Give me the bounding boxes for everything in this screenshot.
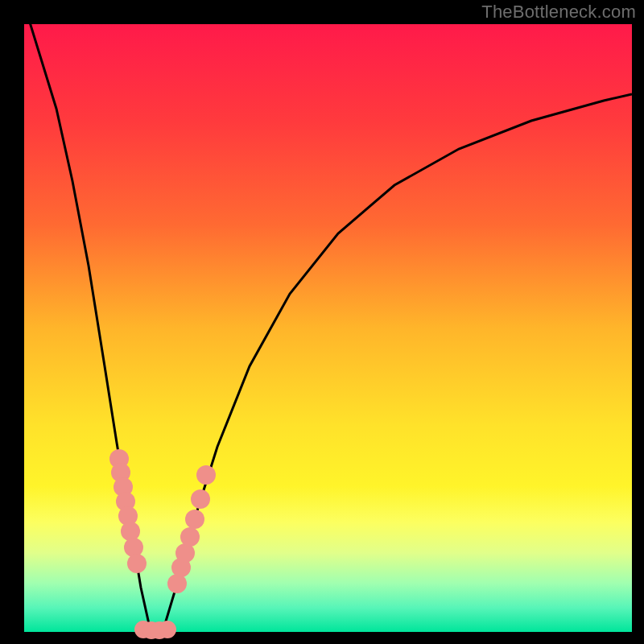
- curve-layer: [24, 24, 632, 632]
- data-dot: [167, 574, 187, 593]
- data-dot: [185, 510, 204, 529]
- data-dot: [196, 465, 216, 485]
- plot-area: [24, 24, 632, 632]
- watermark-text: TheBottleneck.com: [481, 2, 636, 23]
- data-dot: [127, 554, 147, 573]
- data-dot: [191, 489, 210, 509]
- chart-frame: TheBottleneck.com: [0, 0, 644, 644]
- bottleneck-curve: [24, 24, 632, 632]
- data-dot: [180, 527, 200, 547]
- data-dot: [159, 621, 176, 638]
